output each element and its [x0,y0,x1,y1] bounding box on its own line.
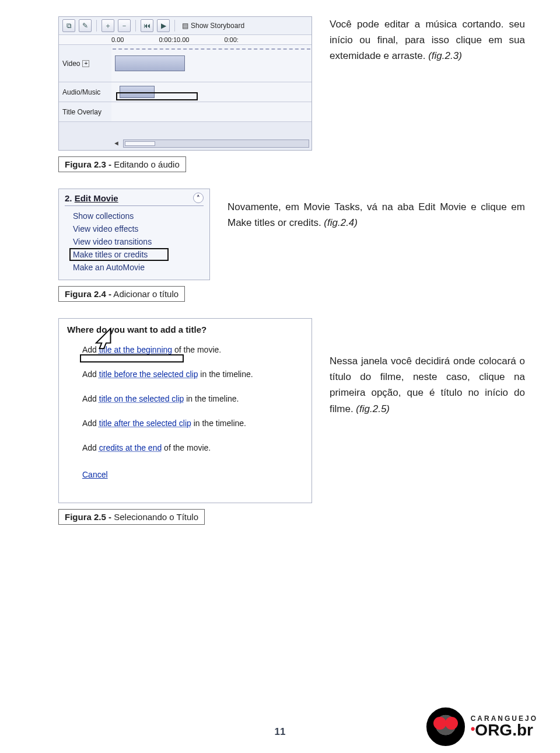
timeline-play-icon[interactable]: ▶ [157,19,170,32]
opt3-pre: Add [82,394,99,403]
opt4-pre: Add [82,419,99,428]
opt1-highlight-box [80,354,184,362]
caption-fig-2-4-bold: Figura 2.4 - [65,289,111,299]
taskpane-item-view-effects[interactable]: View video effects [73,222,204,235]
track-video-row: Video + [59,45,312,82]
taskpane-head-label: Edit Movie [75,193,118,203]
para-2-figref: (fig.2.4) [324,217,358,228]
track-title-label: Title Overlay [62,108,102,116]
ruler-tick-1: 0:00:10.00 [159,36,189,43]
footer-brand: CARANGUEJO •ORG.br [426,707,538,746]
link-title-before-clip[interactable]: title before the selected clip [99,369,198,379]
track-audio-row: Audio/Music [59,82,312,102]
para-2-text: Novamente, em Movie Tasks, vá na aba Edi… [228,201,525,228]
para-1-figref: (fig.2.3) [428,50,462,61]
timeline-scrollbar[interactable] [123,140,309,148]
track-audio-label: Audio/Music [62,88,100,96]
title-wizard: Where do you want to add a title? Add ti… [58,318,312,503]
timeline-screenshot: ⧉ ✎ ＋ － ⏮ ▶ ▤ Show Storyboard 0.00 [58,16,312,151]
caption-fig-2-4: Figura 2.4 - Adicionar o título [58,286,185,302]
track-title-row: Title Overlay [59,102,312,122]
ruler-tick-0: 0.00 [111,36,124,43]
opt5-pre: Add [82,443,99,452]
link-title-beginning[interactable]: title at the beginning [99,345,172,354]
para-3-figref: (fig.2.5) [356,403,390,414]
timeline-narrate-icon[interactable]: ✎ [79,19,92,32]
opt1-post: of the movie. [172,345,221,354]
show-storyboard-button[interactable]: ▤ Show Storyboard [180,19,247,32]
brand-dot-icon: • [471,721,475,736]
crab-logo-icon [426,707,465,746]
track-video-label: Video [62,60,80,68]
video-clip[interactable] [115,55,185,71]
caption-fig-2-5-text: Selecionando o Título [111,512,198,522]
taskpane-head-num: 2. [65,193,72,203]
link-cancel[interactable]: Cancel [82,470,108,479]
link-title-after-clip[interactable]: title after the selected clip [99,419,191,428]
para-1-text: Você pode editar a música cortando. seu … [330,19,525,61]
opt1-pre: Add [82,345,99,354]
timeline-rewind-icon[interactable]: ⏮ [141,19,153,32]
collapse-icon[interactable]: ˄ [193,193,204,203]
storyboard-icon: ▤ [182,22,188,30]
caption-fig-2-5-bold: Figura 2.5 - [65,512,111,522]
timeline-zoom-in-icon[interactable]: ＋ [102,19,114,32]
audio-trim-highlight [116,92,198,100]
opt2-post: in the timeline. [198,369,253,379]
opt3-post: in the timeline. [184,394,239,403]
taskpane-item-view-transitions[interactable]: View video transitions [73,235,204,248]
taskpane-item-make-automovie[interactable]: Make an AutoMovie [73,261,204,274]
link-credits-end[interactable]: credits at the end [99,443,162,452]
timeline-zoom-fit-icon[interactable]: ⧉ [62,19,75,32]
caption-fig-2-3: Figura 2.3 - Editando o áudio [58,156,186,172]
caption-fig-2-3-bold: Figura 2.3 - [65,159,111,169]
caption-fig-2-4-text: Adicionar o título [111,289,178,299]
caption-fig-2-5: Figura 2.5 - Selecionando o Título [58,509,205,525]
show-storyboard-label: Show Storyboard [191,22,244,30]
brand-big-text: ORG.br [475,721,533,739]
opt5-post: of the movie. [162,443,211,452]
timeline-toolbar: ⧉ ✎ ＋ － ⏮ ▶ ▤ Show Storyboard [59,17,312,35]
expand-icon[interactable]: + [82,60,89,67]
timeline-zoom-out-icon[interactable]: － [118,19,131,32]
opt4-post: in the timeline. [191,419,246,428]
caption-fig-2-3-text: Editando o áudio [111,159,180,169]
taskpane-item-show-collections[interactable]: Show collections [73,210,204,222]
opt2-pre: Add [82,369,99,379]
title-wizard-heading: Where do you want to add a title? [67,325,303,334]
ruler-tick-2: 0:00: [224,36,238,43]
timeline-ruler: 0.00 0:00:10.00 0:00: [59,35,312,45]
edit-movie-taskpane: 2. Edit Movie ˄ Show collections View vi… [58,189,210,280]
link-title-on-clip[interactable]: title on the selected clip [99,394,184,403]
taskpane-item-make-titles[interactable]: Make titles or credits [73,248,204,261]
